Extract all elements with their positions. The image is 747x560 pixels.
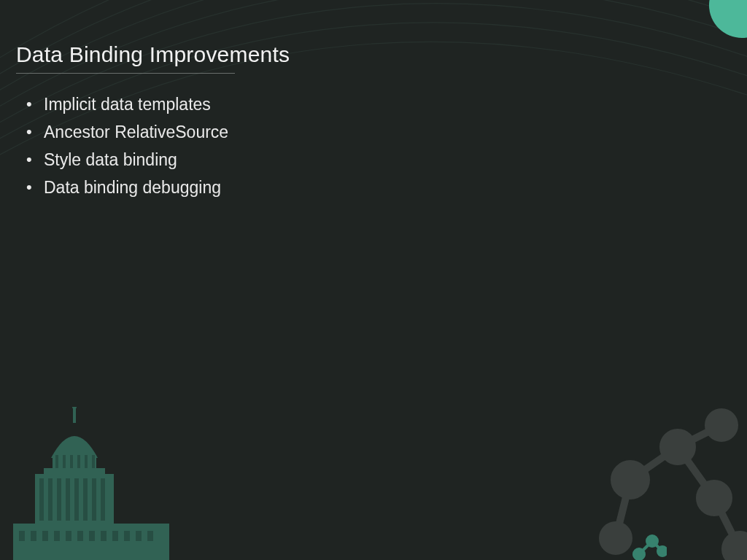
svg-point-1 <box>72 407 77 409</box>
bullet-item: Data binding debugging <box>26 174 731 202</box>
svg-point-39 <box>708 412 735 438</box>
bullet-item: Ancestor RelativeSource <box>26 119 731 147</box>
svg-rect-2 <box>53 455 96 468</box>
svg-rect-29 <box>124 531 130 541</box>
svg-rect-14 <box>66 478 70 521</box>
svg-rect-19 <box>13 524 169 560</box>
svg-line-34 <box>678 447 714 498</box>
svg-rect-26 <box>89 531 95 541</box>
bullet-item: Implicit data templates <box>26 91 731 119</box>
svg-rect-28 <box>112 531 118 541</box>
svg-line-32 <box>630 447 678 480</box>
svg-point-40 <box>700 483 729 513</box>
svg-rect-31 <box>147 531 153 541</box>
bullet-list: Implicit data templates Ancestor Relativ… <box>16 91 731 202</box>
svg-rect-15 <box>74 478 79 521</box>
svg-point-46 <box>647 536 657 546</box>
svg-rect-6 <box>77 455 80 468</box>
svg-line-33 <box>678 425 721 447</box>
svg-point-42 <box>725 534 747 560</box>
bullet-item: Style data binding <box>26 147 731 174</box>
svg-rect-0 <box>73 407 76 423</box>
svg-rect-7 <box>85 455 88 468</box>
svg-point-41 <box>603 525 629 551</box>
svg-rect-13 <box>57 478 61 521</box>
slide-title: Data Binding Improvements <box>16 42 731 67</box>
svg-rect-20 <box>19 531 25 541</box>
svg-line-36 <box>714 498 740 549</box>
svg-rect-27 <box>101 531 107 541</box>
svg-rect-8 <box>92 455 95 468</box>
svg-point-45 <box>634 549 644 559</box>
svg-rect-5 <box>70 455 73 468</box>
svg-point-38 <box>663 432 692 462</box>
svg-rect-9 <box>44 468 105 474</box>
background-building-silhouette <box>0 407 182 560</box>
svg-rect-30 <box>136 531 142 541</box>
svg-point-37 <box>614 464 646 496</box>
title-underline <box>16 73 235 74</box>
svg-rect-18 <box>101 478 105 521</box>
slide-content: Data Binding Improvements Implicit data … <box>0 0 747 202</box>
svg-rect-22 <box>42 531 48 541</box>
svg-rect-17 <box>92 478 96 521</box>
svg-rect-12 <box>48 478 53 521</box>
svg-rect-23 <box>54 531 60 541</box>
svg-rect-21 <box>31 531 36 541</box>
svg-rect-11 <box>39 478 44 521</box>
svg-rect-4 <box>63 455 66 468</box>
background-molecule-accent <box>630 526 667 560</box>
svg-rect-10 <box>35 474 114 525</box>
svg-rect-3 <box>55 455 58 468</box>
svg-rect-25 <box>77 531 83 541</box>
svg-line-35 <box>616 480 630 538</box>
svg-rect-16 <box>83 478 88 521</box>
svg-point-47 <box>658 547 667 556</box>
svg-rect-24 <box>66 531 71 541</box>
